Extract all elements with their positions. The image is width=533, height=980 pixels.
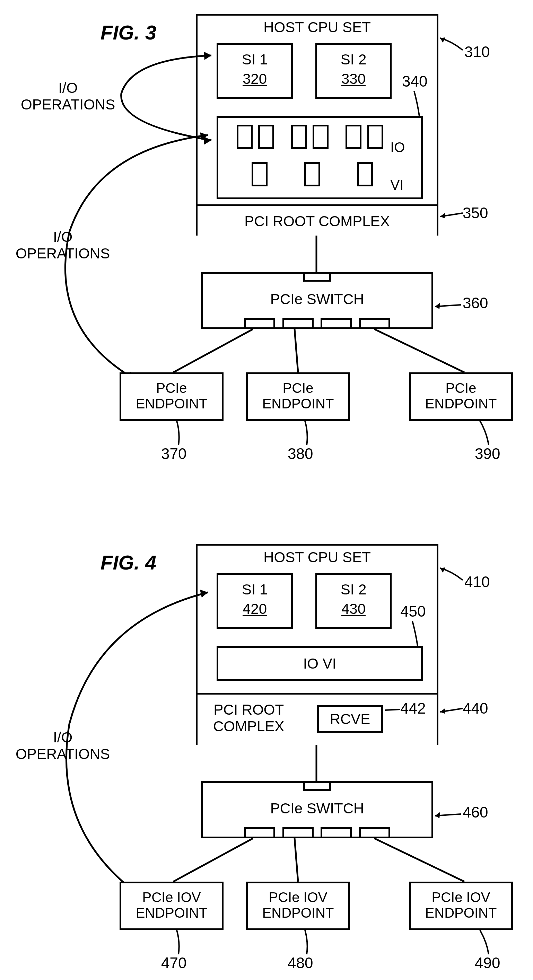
- fig4-si2: SI 2 430: [315, 573, 392, 629]
- svg-line-6: [173, 838, 253, 881]
- svg-line-3: [374, 329, 464, 372]
- fig3-ref390: 390: [475, 445, 500, 463]
- fig3-endpoint1: PCIe ENDPOINT: [120, 372, 223, 421]
- fig4-endpoint3: PCIe IOV ENDPOINT: [409, 881, 513, 930]
- leader-line: [478, 421, 492, 447]
- leader-line: [173, 421, 184, 447]
- fig4-switch-port: [282, 827, 314, 837]
- fig4-rcve-label: RCVE: [319, 711, 381, 727]
- fig4-ep2-b: ENDPOINT: [248, 905, 348, 921]
- svg-line-8: [374, 838, 464, 881]
- fig4-si1-label: SI 1: [218, 581, 291, 598]
- fig3-io-slot: [313, 125, 329, 149]
- fig3-endpoint3: PCIe ENDPOINT: [409, 372, 513, 421]
- fig4-switch-port: [244, 827, 275, 837]
- fig3-root-complex: PCI ROOT COMPLEX: [198, 204, 437, 235]
- fig4-iovi-label: IO VI: [218, 655, 421, 672]
- fig4-si2-num: 430: [317, 601, 390, 617]
- fig3-switch-port: [282, 318, 314, 328]
- fig4-si1: SI 1 420: [217, 573, 293, 629]
- fig3-ep1-b: ENDPOINT: [121, 396, 222, 412]
- connector-line: [315, 235, 318, 274]
- svg-line-7: [295, 838, 298, 881]
- fig3-endpoint2: PCIe ENDPOINT: [246, 372, 350, 421]
- fig4-ep2-a: PCIe IOV: [248, 889, 348, 905]
- fig3-ref360: 360: [463, 294, 488, 312]
- fig4-ep3-b: ENDPOINT: [411, 905, 511, 921]
- leader-line: [433, 804, 464, 821]
- fig3-vi-slot: [304, 162, 320, 186]
- leader-line: [302, 421, 312, 447]
- fig3-vi-slot: [357, 162, 373, 186]
- fig3-io-label: IO: [390, 140, 405, 155]
- fig4-si2-label: SI 2: [317, 581, 390, 598]
- fig4-ep1-a: PCIe IOV: [121, 889, 222, 905]
- fig3-io-ops-4: OPERATIONS: [16, 245, 110, 262]
- fig4-iovi-box: IO VI: [217, 646, 423, 681]
- fig4-ref460: 460: [463, 804, 488, 821]
- fig3-host-title: HOST CPU SET: [198, 19, 437, 36]
- connector-lines: [139, 838, 520, 883]
- fig4-io-ops: I/O OPERATIONS: [16, 729, 110, 762]
- fig4-io-ops-1: I/O: [16, 729, 110, 746]
- fig4-ep3-a: PCIe IOV: [411, 889, 511, 905]
- fig4-ref480: 480: [288, 955, 313, 972]
- fig4-title: FIG. 4: [101, 551, 156, 574]
- fig3-si2-num: 330: [317, 71, 390, 87]
- fig3-host-cpu-set: HOST CPU SET SI 1 320 SI 2 330 IO V: [196, 14, 438, 235]
- fig4-ref442: 442: [400, 700, 426, 717]
- fig3-switch-top-port: [303, 272, 331, 282]
- fig4-rcve: RCVE: [317, 705, 383, 733]
- fig3-io-ops-upper: I/O OPERATIONS: [21, 80, 115, 113]
- fig3-ep3-b: ENDPOINT: [411, 396, 511, 412]
- fig3-switch-port: [321, 318, 352, 328]
- fig4-io-ops-2: OPERATIONS: [16, 746, 110, 762]
- fig4-si1-num: 420: [218, 601, 291, 617]
- fig4-switch-port: [321, 827, 352, 837]
- fig4-host-title: HOST CPU SET: [198, 549, 437, 566]
- fig4-switch-label: PCIe SWITCH: [203, 800, 431, 817]
- fig4-ref450: 450: [400, 603, 426, 620]
- fig4-ref440: 440: [463, 700, 488, 717]
- connector-line: [315, 745, 318, 783]
- fig4-root-complex-2: COMPLEX: [213, 718, 284, 735]
- fig4-ref490: 490: [475, 955, 500, 972]
- fig3-si1-label: SI 1: [218, 51, 291, 68]
- fig3-switch-port: [359, 318, 390, 328]
- fig3-pcie-switch: PCIe SWITCH: [201, 272, 433, 329]
- fig3-ep1-a: PCIe: [121, 380, 222, 396]
- fig4-ref410: 410: [464, 573, 490, 591]
- fig4-ep1-b: ENDPOINT: [121, 905, 222, 921]
- leader-line: [478, 930, 492, 956]
- fig3-io-slot: [367, 125, 383, 149]
- fig3-io-slot: [258, 125, 274, 149]
- leader-line: [173, 930, 184, 956]
- fig3-io-slot: [237, 125, 253, 149]
- fig3-iovi-box: IO VI: [217, 116, 423, 199]
- fig4-endpoint1: PCIe IOV ENDPOINT: [120, 881, 223, 930]
- fig3-ref370: 370: [161, 445, 187, 463]
- fig3-ref350: 350: [463, 204, 488, 222]
- svg-line-1: [173, 329, 253, 372]
- leader-line: [438, 204, 466, 218]
- fig3-ref340: 340: [402, 73, 427, 90]
- fig3-si1-num: 320: [218, 71, 291, 87]
- fig3-io-slot: [291, 125, 307, 149]
- fig3-io-ops-3: I/O: [16, 229, 110, 245]
- leader-line: [438, 566, 466, 584]
- fig4-ref470: 470: [161, 955, 187, 972]
- leader-line: [433, 294, 464, 312]
- fig3-ep3-a: PCIe: [411, 380, 511, 396]
- fig4-switch-port: [359, 827, 390, 837]
- fig3-switch-label: PCIe SWITCH: [203, 291, 431, 308]
- leader-line: [438, 700, 466, 714]
- fig3-vi-label: VI: [390, 177, 404, 192]
- fig3-ep2-a: PCIe: [248, 380, 348, 396]
- fig3-ep2-b: ENDPOINT: [248, 396, 348, 412]
- connector-lines: [139, 329, 520, 374]
- fig3-switch-port: [244, 318, 275, 328]
- fig4-root-complex-1: PCI ROOT: [213, 702, 284, 718]
- leader-line: [438, 37, 466, 54]
- fig3-io-slot: [346, 125, 361, 149]
- fig3-io-ops-1: I/O: [21, 80, 115, 96]
